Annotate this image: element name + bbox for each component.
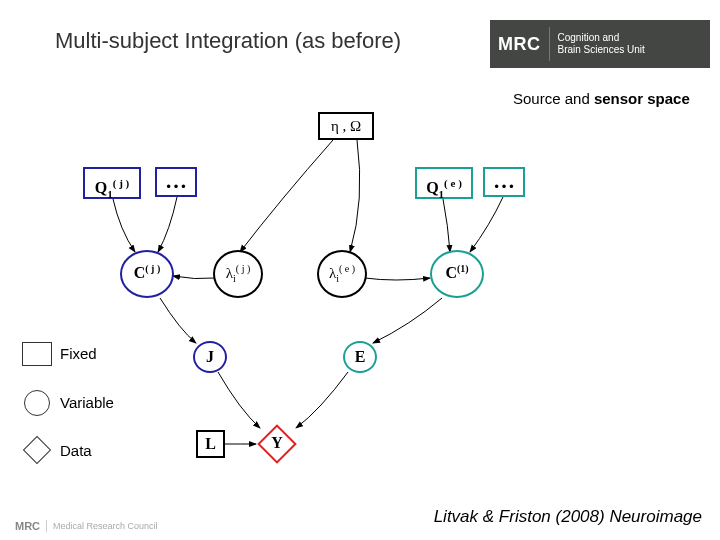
node-label: …	[493, 168, 515, 193]
node-label: J	[195, 348, 225, 366]
node-lambda-j: λi( j )	[213, 250, 263, 298]
node-C1: C(1)	[430, 250, 484, 298]
subtitle-bold: sensor	[594, 90, 643, 107]
page-title: Multi-subject Integration (as before)	[55, 28, 401, 54]
node-label: Y	[257, 434, 297, 452]
logo-line2: Brain Sciences Unit	[558, 44, 645, 55]
node-Y: Y	[257, 425, 297, 465]
legend-fixed-label: Fixed	[60, 345, 97, 362]
node-label: …	[165, 168, 187, 193]
node-label: η , Ω	[331, 118, 361, 134]
subtitle-part: Source and	[513, 90, 594, 107]
node-sub: i	[233, 273, 236, 284]
logo-line1: Cognition and	[558, 32, 620, 43]
node-E: E	[343, 341, 377, 373]
node-label: λ	[226, 265, 233, 281]
legend-variable-shape	[24, 390, 50, 416]
node-label: Q	[426, 179, 438, 196]
footer-text: Medical Research Council	[53, 521, 158, 531]
node-eta-omega: η , Ω	[318, 112, 374, 140]
subtitle-bold: space	[647, 90, 690, 107]
node-sub: i	[336, 273, 339, 284]
mrc-logo: MRC Cognition and Brain Sciences Unit	[490, 20, 710, 68]
node-sup: ( j )	[236, 263, 250, 274]
node-Qe: Q1( e )	[415, 167, 473, 199]
node-label: C	[445, 264, 457, 281]
node-sup: ( e )	[444, 177, 462, 189]
node-sup: ( j )	[145, 263, 160, 274]
legend-variable-label: Variable	[60, 394, 114, 411]
node-sub: 1	[439, 188, 445, 200]
logo-divider	[549, 27, 550, 61]
mrc-logo-text: MRC	[498, 34, 549, 55]
node-label: L	[205, 435, 216, 452]
legend-fixed-shape	[22, 342, 52, 366]
node-L: L	[196, 430, 225, 458]
node-sub: 1	[107, 188, 113, 200]
node-lambda-e: λi( e )	[317, 250, 367, 298]
node-sup: ( j )	[113, 177, 130, 189]
footer-mrc: MRC	[15, 520, 40, 532]
mrc-logo-subtext: Cognition and Brain Sciences Unit	[558, 32, 645, 56]
node-Cj: C( j )	[120, 250, 174, 298]
node-label: Q	[95, 179, 107, 196]
node-Qe-more: …	[483, 167, 525, 197]
citation: Litvak & Friston (2008) Neuroimage	[434, 507, 702, 527]
legend-data-shape	[23, 436, 51, 464]
node-Qj-more: …	[155, 167, 197, 197]
node-label: C	[134, 264, 146, 281]
subtitle: Source and sensor space	[513, 90, 690, 107]
legend-data-label: Data	[60, 442, 92, 459]
node-J: J	[193, 341, 227, 373]
node-Qj: Q1( j )	[83, 167, 141, 199]
node-sup: ( e )	[339, 263, 355, 274]
node-sup: (1)	[457, 263, 469, 274]
node-label: E	[345, 348, 375, 366]
footer-logo: MRC Medical Research Council	[15, 520, 158, 532]
